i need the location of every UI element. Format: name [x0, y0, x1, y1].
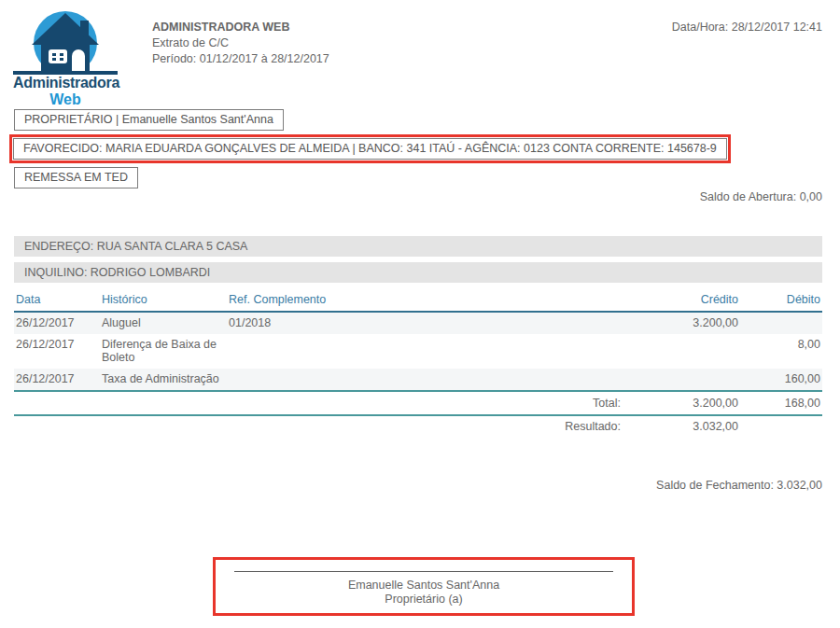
col-header-credit: Crédito — [626, 290, 740, 312]
cell-date: 26/12/2017 — [14, 312, 100, 334]
cell-credit: 3.200,00 — [626, 312, 740, 334]
cell-debit — [740, 312, 822, 334]
cell-ref — [227, 334, 626, 369]
favorecido-highlight-annotation: FAVORECIDO: MARIA EDUARDA GONÇALVES DE A… — [9, 134, 731, 163]
cell-ref — [227, 369, 626, 391]
cell-history: Aluguel — [100, 312, 227, 334]
table-row: 26/12/2017 Taxa de Administração 160,00 — [14, 369, 822, 391]
result-label: Resultado: — [14, 415, 626, 438]
result-value: 3.032,00 — [626, 415, 740, 438]
logo-text-line2: Web — [13, 91, 118, 108]
report-datetime: Data/Hora: 28/12/2017 12:41 — [672, 21, 822, 34]
cell-date: 26/12/2017 — [14, 369, 100, 391]
cell-debit: 8,00 — [740, 334, 822, 369]
cell-history: Taxa de Administração — [100, 369, 227, 391]
table-row: 26/12/2017 Aluguel 01/2018 3.200,00 — [14, 312, 822, 334]
tenant-bar: INQUILINO: RODRIGO LOMBARDI — [14, 262, 822, 283]
total-label: Total: — [14, 391, 626, 415]
cell-date: 26/12/2017 — [14, 334, 100, 369]
total-debit: 168,00 — [740, 391, 822, 415]
house-logo-icon — [13, 6, 118, 77]
statement-table-wrap: Data Histórico Ref. Complemento Crédito … — [14, 290, 822, 438]
col-header-history: Histórico — [100, 290, 227, 312]
report-subtitle: Extrato de C/C — [152, 35, 329, 51]
logo-text-line1: Administradora — [13, 75, 118, 91]
opening-balance: Saldo de Abertura: 0,00 — [700, 190, 822, 203]
signature-name: Emanuelle Santos Sant'Anna — [216, 579, 632, 593]
signature-line — [234, 571, 613, 572]
info-boxes: PROPRIETÁRIO | Emanuelle Santos Sant'Ann… — [14, 109, 731, 192]
signature-highlight-annotation: Emanuelle Santos Sant'Anna Proprietário … — [213, 557, 635, 616]
cell-history: Diferença de Baixa de Boleto — [100, 334, 227, 369]
favorecido-box: FAVORECIDO: MARIA EDUARDA GONÇALVES DE A… — [13, 138, 727, 160]
col-header-ref: Ref. Complemento — [227, 290, 626, 312]
report-period: Período: 01/12/2017 à 28/12/2017 — [152, 51, 329, 67]
table-header-row: Data Histórico Ref. Complemento Crédito … — [14, 290, 822, 312]
statement-table: Data Histórico Ref. Complemento Crédito … — [14, 290, 822, 438]
company-logo: Administradora Web — [13, 6, 118, 108]
result-row: Resultado: 3.032,00 — [14, 415, 822, 438]
report-company-name: ADMINISTRADORA WEB — [152, 20, 329, 35]
remessa-box: REMESSA EM TED — [14, 167, 138, 188]
signature-role: Proprietário (a) — [216, 593, 632, 607]
cell-credit — [626, 334, 740, 369]
col-header-debit: Débito — [740, 290, 822, 312]
address-bar: ENDEREÇO: RUA SANTA CLARA 5 CASA — [14, 236, 822, 257]
cell-ref: 01/2018 — [227, 312, 626, 334]
cell-debit: 160,00 — [740, 369, 822, 391]
closing-balance: Saldo de Fechamento: 3.032,00 — [656, 479, 822, 492]
cell-credit — [626, 369, 740, 391]
report-header: ADMINISTRADORA WEB Extrato de C/C Períod… — [152, 20, 329, 67]
col-header-date: Data — [14, 290, 100, 312]
table-row: 26/12/2017 Diferença de Baixa de Boleto … — [14, 334, 822, 369]
proprietario-box: PROPRIETÁRIO | Emanuelle Santos Sant'Ann… — [14, 109, 284, 131]
total-row: Total: 3.200,00 168,00 — [14, 391, 822, 415]
statement-report-page: Administradora Web ADMINISTRADORA WEB Ex… — [0, 0, 840, 628]
total-credit: 3.200,00 — [626, 391, 740, 415]
